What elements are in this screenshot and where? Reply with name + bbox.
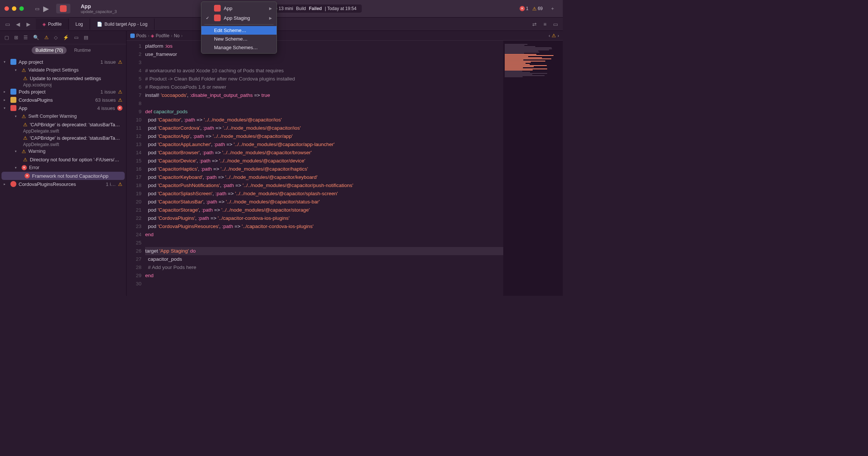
nav-issues-icon[interactable]: ▶ bbox=[24, 21, 33, 27]
disclosure-icon[interactable]: ▾ bbox=[4, 60, 8, 64]
error-badge[interactable]: ✕ 1 bbox=[520, 6, 529, 11]
code-line[interactable]: # Requires CocoaPods 1.6 or newer bbox=[145, 83, 503, 91]
code-line[interactable]: pod 'CapacitorSplashScreen', :path => '.… bbox=[145, 190, 503, 198]
nav-back-icon[interactable]: ▭ bbox=[3, 21, 12, 27]
code-line[interactable]: pod 'CapacitorBrowser', :path => '../../… bbox=[145, 149, 503, 157]
inspector-toggle-icon[interactable]: ▭ bbox=[551, 21, 560, 27]
warning-badge[interactable]: ⚠ 69 bbox=[532, 6, 543, 12]
issue-category[interactable]: ▾✕Error bbox=[0, 164, 126, 172]
adjust-icon[interactable]: ≡ bbox=[540, 21, 549, 27]
minimap[interactable] bbox=[503, 41, 563, 296]
code-line[interactable]: end bbox=[145, 272, 503, 280]
code-line[interactable]: end bbox=[145, 231, 503, 239]
issue-category[interactable]: ▾⚠Validate Project Settings bbox=[0, 66, 126, 74]
issue-category[interactable]: ▾⚠Swift Compiler Warning bbox=[0, 112, 126, 120]
code-line[interactable]: pod 'Capacitor', :path => '../../node_mo… bbox=[145, 116, 503, 124]
code-line[interactable] bbox=[145, 239, 503, 247]
code-line[interactable]: pod 'CapacitorAppLauncher', :path => '..… bbox=[145, 140, 503, 149]
scheme-menu-item[interactable]: App▶ bbox=[201, 3, 277, 13]
breadcrumb[interactable]: Pods›◈Podfile›No› ‹ ⚠ › bbox=[127, 31, 563, 41]
disclosure-icon[interactable]: ▾ bbox=[15, 149, 19, 153]
disclosure-icon[interactable]: ▸ bbox=[4, 182, 8, 186]
issue-group[interactable]: ▸CordovaPluginsResources 1 i…⚠ bbox=[0, 180, 126, 188]
breadcrumb-item[interactable]: ◈Podfile› bbox=[151, 33, 172, 38]
code-line[interactable] bbox=[145, 99, 503, 108]
code-line[interactable]: def capacitor_pods bbox=[145, 108, 503, 116]
code-line[interactable]: pod 'CapacitorApp', :path => '../../node… bbox=[145, 132, 503, 140]
code-line[interactable]: use_framewor bbox=[145, 50, 503, 58]
disclosure-icon[interactable]: ▾ bbox=[15, 68, 19, 72]
code-line[interactable]: capacitor_pods bbox=[145, 255, 503, 263]
code-line[interactable]: pod 'CapacitorStatusBar', :path => '../.… bbox=[145, 198, 503, 206]
review-icon[interactable]: ⇄ bbox=[530, 21, 539, 27]
minimize-window-button[interactable] bbox=[12, 6, 16, 11]
breadcrumb-item[interactable]: No› bbox=[174, 33, 182, 38]
close-window-button[interactable] bbox=[4, 6, 9, 11]
issue-group[interactable]: ▸Pods project 1 issue⚠ bbox=[0, 88, 126, 96]
breadcrumb-item[interactable]: Pods› bbox=[130, 33, 149, 38]
bc-back[interactable]: ‹ bbox=[549, 33, 550, 38]
issue-file[interactable]: AppDelegate.swift bbox=[0, 142, 126, 147]
find-icon[interactable]: 🔍 bbox=[33, 35, 39, 40]
nav-fwd-icon[interactable]: ◀ bbox=[13, 21, 22, 27]
issue-detail[interactable]: ⚠Directory not found for option '-F/User… bbox=[0, 155, 126, 164]
code-line[interactable]: pod 'CapacitorHaptics', :path => '../../… bbox=[145, 165, 503, 173]
code-line[interactable]: pod 'CordovaPlugins', :path => '../capac… bbox=[145, 214, 503, 222]
code-line[interactable]: install! 'cocoapods', :disable_input_out… bbox=[145, 91, 503, 99]
report-icon[interactable]: ▤ bbox=[84, 35, 88, 40]
issue-file[interactable]: AppDelegate.swift bbox=[0, 129, 126, 134]
scheme-action-item[interactable]: Edit Scheme… bbox=[201, 26, 277, 35]
buildtime-pill[interactable]: Buildtime (70) bbox=[32, 47, 67, 54]
disclosure-icon[interactable]: ▾ bbox=[4, 106, 8, 110]
code-line[interactable]: # Add your Pods here bbox=[145, 263, 503, 272]
code-line[interactable]: # Product -> Clean Build Folder after ne… bbox=[145, 75, 503, 83]
disclosure-icon[interactable]: ▸ bbox=[4, 98, 8, 102]
issue-category[interactable]: ▾⚠Warning bbox=[0, 147, 126, 155]
code-line[interactable]: target 'App Staging' do bbox=[145, 247, 503, 255]
issue-file[interactable]: App.xcodeproj bbox=[0, 82, 126, 88]
disclosure-icon[interactable]: ▾ bbox=[15, 114, 19, 118]
code-line[interactable]: # workaround to avoid Xcode 10 caching o… bbox=[145, 67, 503, 75]
bc-warn-icon[interactable]: ⚠ bbox=[552, 33, 556, 38]
scheme-menu-item[interactable]: ✓App Staging▶ bbox=[201, 13, 277, 23]
code-line[interactable]: pod 'CapacitorDevice', :path => '../../n… bbox=[145, 157, 503, 165]
issue-group[interactable]: ▸CordovaPlugins 63 issues⚠ bbox=[0, 96, 126, 104]
issue-group[interactable]: ▾App 4 issues✕ bbox=[0, 104, 126, 112]
issue-detail[interactable]: ⚠Update to recommended settings bbox=[0, 74, 126, 82]
source-control-icon[interactable]: ⊞ bbox=[14, 35, 18, 40]
scheme-action-item[interactable]: Manage Schemes… bbox=[201, 43, 277, 52]
code-line[interactable]: pod 'CapacitorCordova', :path => '../../… bbox=[145, 124, 503, 132]
issue-detail[interactable]: ✕Framework not found CapacitorApp bbox=[1, 172, 125, 180]
run-button[interactable]: ▶ bbox=[43, 4, 49, 13]
disclosure-icon[interactable]: ▾ bbox=[15, 166, 19, 170]
code-area[interactable]: 1234567891011121314151617181920212223242… bbox=[127, 41, 563, 296]
issue-detail[interactable]: ⚠'CAPBridge' is deprecated: 'statusBarTa… bbox=[0, 120, 126, 129]
code-line[interactable]: pod 'CordovaPluginsResources', :path => … bbox=[145, 222, 503, 231]
code-line[interactable] bbox=[145, 280, 503, 288]
tab-build-target-app---log[interactable]: 📄Build target App - Log bbox=[90, 19, 154, 30]
code-line[interactable]: pod 'CapacitorStorage', :path => '../../… bbox=[145, 206, 503, 214]
code[interactable]: platform :iosuse_framewor# workaround to… bbox=[145, 41, 503, 296]
issue-group[interactable]: ▾App project 1 issue⚠ bbox=[0, 58, 126, 66]
debug-icon[interactable]: ⚡ bbox=[63, 35, 69, 40]
folder-icon[interactable]: ▢ bbox=[4, 35, 9, 40]
breakpoint-icon[interactable]: ▭ bbox=[74, 35, 79, 40]
issue-detail[interactable]: ⚠'CAPBridge' is deprecated: 'statusBarTa… bbox=[0, 134, 126, 142]
scheme-selector[interactable] bbox=[56, 4, 70, 13]
code-line[interactable]: pod 'CapacitorKeyboard', :path => '../..… bbox=[145, 173, 503, 181]
issues-icon[interactable]: ⚠ bbox=[44, 35, 49, 40]
runtime-pill[interactable]: Runtime bbox=[70, 47, 95, 54]
add-button[interactable]: ＋ bbox=[546, 3, 558, 15]
scheme-action-item[interactable]: New Scheme… bbox=[201, 35, 277, 43]
maximize-window-button[interactable] bbox=[19, 6, 24, 11]
bc-fwd[interactable]: › bbox=[558, 33, 559, 38]
code-line[interactable]: platform :ios bbox=[145, 42, 503, 50]
tests-icon[interactable]: ◇ bbox=[54, 35, 58, 40]
code-line[interactable] bbox=[145, 58, 503, 67]
code-line[interactable]: pod 'CapacitorPushNotifications', :path … bbox=[145, 181, 503, 190]
symbol-icon[interactable]: ☰ bbox=[23, 35, 28, 40]
tab-log[interactable]: Log bbox=[69, 19, 90, 30]
build-status[interactable]: ne 13 mini Build Failed | Today at 19:54 bbox=[267, 4, 362, 13]
sidebar-toggle-icon[interactable]: ▭ bbox=[31, 3, 43, 15]
disclosure-icon[interactable]: ▸ bbox=[4, 90, 8, 94]
